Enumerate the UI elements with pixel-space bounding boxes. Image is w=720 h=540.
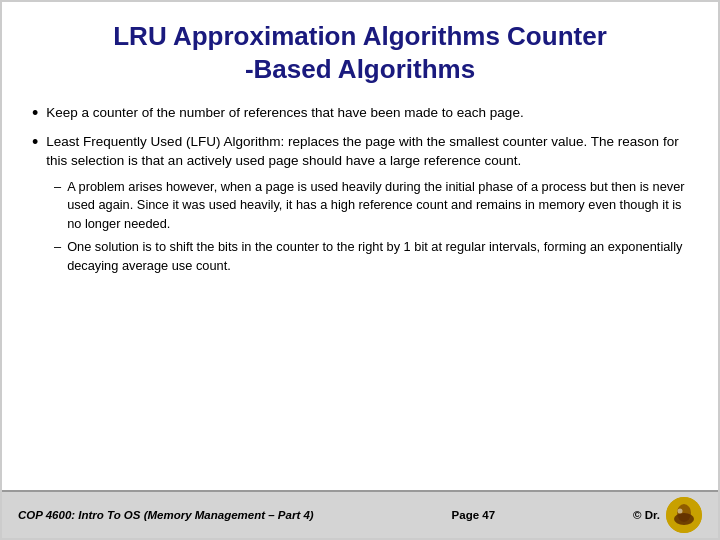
slide-content: • Keep a counter of the number of refere… [2,95,718,490]
bullet-text-2: Least Frequently Used (LFU) Algorithm: r… [46,132,688,171]
bullet-dot-1: • [32,103,38,125]
bullet-1: • Keep a counter of the number of refere… [32,103,688,125]
slide: LRU Approximation Algorithms Counter -Ba… [0,0,720,540]
bullet-text-1: Keep a counter of the number of referenc… [46,103,688,123]
title-part2: Counter [507,21,607,51]
slide-title: LRU Approximation Algorithms Counter -Ba… [26,20,694,85]
slide-header: LRU Approximation Algorithms Counter -Ba… [2,2,718,95]
sub-text-1: A problem arises however, when a page is… [67,178,688,234]
footer-logo [666,497,702,533]
bullet-2: • Least Frequently Used (LFU) Algorithm:… [32,132,688,171]
bullet-dot-2: • [32,132,38,154]
sub-bullet-2: – One solution is to shift the bits in t… [54,238,688,275]
svg-point-2 [674,513,694,525]
sub-text-2: One solution is to shift the bits in the… [67,238,688,275]
title-line2: -Based Algorithms [245,54,475,84]
sub-bullet-1: – A problem arises however, when a page … [54,178,688,234]
footer-course-info: COP 4600: Intro To OS (Memory Management… [18,509,314,521]
sub-dash-1: – [54,178,61,197]
footer-page-number: Page 47 [452,509,495,521]
title-part1: LRU Approximation Algorithms [113,21,500,51]
slide-footer: COP 4600: Intro To OS (Memory Management… [2,490,718,538]
svg-point-3 [677,509,682,514]
footer-copyright: © Dr. [633,497,702,533]
sub-dash-2: – [54,238,61,257]
